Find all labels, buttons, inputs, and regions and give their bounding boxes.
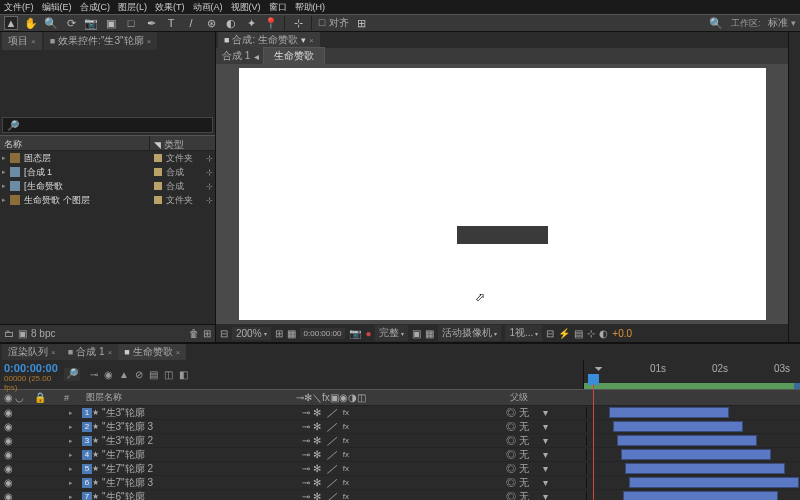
new-comp-icon[interactable]: ▣ [18, 328, 27, 339]
eye-icon[interactable]: ◉ [4, 491, 13, 500]
flowchart-icon[interactable]: ⊹ [587, 328, 595, 339]
search-icon[interactable]: 🔍 [709, 16, 723, 30]
parent-pickwhip-icon[interactable]: ◎ [506, 463, 516, 474]
view-layout-dropdown[interactable]: 1视...▾ [505, 325, 542, 341]
menu-help[interactable]: 帮助(H) [295, 1, 326, 14]
camera-dropdown[interactable]: 活动摄像机▾ [438, 325, 501, 341]
parent-dropdown[interactable]: 无 ▾ [519, 491, 548, 501]
tab-active-comp[interactable]: ■ 生命赞歌× [118, 344, 186, 360]
bpc-toggle[interactable]: 8 bpc [31, 328, 55, 339]
overflow-icon[interactable]: ⊹ [206, 168, 213, 177]
reset-exposure-icon[interactable]: ◐ [599, 328, 608, 339]
snap-options-icon[interactable]: ⊞ [355, 16, 369, 30]
eye-icon[interactable]: ◉ [4, 463, 13, 474]
parent-dropdown[interactable]: 无 ▾ [519, 449, 548, 460]
layer-row[interactable]: ◉ ▸ 3 ★"生3"轮廓 2 ⊸ ✻／fx◎ 无 ▾ [0, 434, 800, 448]
bc-current[interactable]: 生命赞歌 [263, 47, 325, 65]
parent-dropdown[interactable]: 无 ▾ [519, 421, 548, 432]
camera-tool[interactable]: 📷 [84, 16, 98, 30]
switches[interactable]: ／ [327, 490, 337, 501]
safe-zones-icon[interactable]: ⊞ [275, 328, 283, 339]
switches[interactable]: ／ [327, 462, 337, 476]
switches[interactable]: ／ [327, 420, 337, 434]
col-name[interactable]: 名称 [0, 136, 150, 150]
parent-dropdown[interactable]: 无 ▾ [519, 407, 548, 418]
project-item[interactable]: ▸[生命赞歌合成⊹ [0, 179, 215, 193]
fast-preview-icon[interactable]: ⚡ [558, 328, 570, 339]
menu-effect[interactable]: 效果(T) [155, 1, 185, 14]
parent-dropdown[interactable]: 无 ▾ [519, 477, 548, 488]
layer-bar[interactable] [625, 463, 785, 474]
exposure-value[interactable]: +0.0 [612, 328, 632, 339]
switches[interactable]: ／ [327, 476, 337, 490]
right-dock[interactable] [788, 32, 800, 342]
overflow-icon[interactable]: ⊹ [206, 182, 213, 191]
brush-tool[interactable]: / [184, 16, 198, 30]
layer-row[interactable]: ◉ ▸ 6 ★"生7"轮廓 3 ⊸ ✻／fx◎ 无 ▾ [0, 476, 800, 490]
twirl-icon[interactable]: ▸ [69, 437, 73, 445]
3d-icon[interactable]: ◧ [179, 369, 188, 380]
parent-pickwhip-icon[interactable]: ◎ [506, 449, 516, 460]
transparency-icon[interactable]: ▦ [425, 328, 434, 339]
menu-file[interactable]: 文件(F) [4, 1, 34, 14]
col-type[interactable]: ◥ 类型 [150, 136, 200, 150]
parent-dropdown[interactable]: 无 ▾ [519, 463, 548, 474]
find-icon[interactable]: ⊞ [203, 328, 211, 339]
layer-bar[interactable] [609, 407, 729, 418]
timeline-search[interactable]: 🔎 [64, 368, 80, 381]
menu-comp[interactable]: 合成(C) [80, 1, 111, 14]
layer-bar[interactable] [623, 491, 778, 500]
menu-anim[interactable]: 动画(A) [193, 1, 223, 14]
rotate-tool[interactable]: ⟳ [64, 16, 78, 30]
parent-pickwhip-icon[interactable]: ◎ [506, 421, 516, 432]
project-item[interactable]: ▸[合成 1合成⊹ [0, 165, 215, 179]
always-preview-icon[interactable]: ⊟ [220, 328, 228, 339]
layer-bar[interactable] [621, 449, 771, 460]
project-search[interactable]: 🔎 [2, 117, 213, 133]
quality-icon[interactable]: ▲ [119, 369, 129, 380]
clone-tool[interactable]: ⊛ [204, 16, 218, 30]
speaker-col-icon[interactable]: ◡ [15, 392, 24, 403]
parent-pickwhip-icon[interactable]: ◎ [506, 477, 516, 488]
channel-icon[interactable]: ● [365, 328, 371, 339]
resolution-dropdown[interactable]: 完整▾ [375, 325, 408, 341]
time-display[interactable]: 0:00:00:00 [300, 328, 346, 339]
pen-tool[interactable]: ✒ [144, 16, 158, 30]
twirl-icon[interactable]: ▸ [69, 479, 73, 487]
motion-blur-icon[interactable]: ⊘ [135, 369, 143, 380]
menu-view[interactable]: 视图(V) [231, 1, 261, 14]
puppet-tool[interactable]: 📍 [264, 16, 278, 30]
menu-layer[interactable]: 图层(L) [118, 1, 147, 14]
parent-pickwhip-icon[interactable]: ◎ [506, 491, 516, 501]
snapshot-icon[interactable]: 📷 [349, 328, 361, 339]
twirl-icon[interactable]: ▸ [69, 409, 73, 417]
col-layer-name[interactable]: 图层名称 [82, 391, 292, 404]
work-area[interactable] [584, 383, 800, 389]
layer-row[interactable]: ◉ ▸ 7 ★"生6"轮廓 ⊸ ✻／fx◎ 无 ▾ [0, 490, 800, 500]
label-swatch[interactable] [154, 196, 162, 204]
roto-tool[interactable]: ✦ [244, 16, 258, 30]
layer-row[interactable]: ◉ ▸ 4 ★"生7"轮廓 ⊸ ✻／fx◎ 无 ▾ [0, 448, 800, 462]
eraser-tool[interactable]: ◐ [224, 16, 238, 30]
lock-col-icon[interactable]: 🔒 [34, 392, 46, 403]
eye-col-icon[interactable]: ◉ [4, 392, 13, 403]
zoom-tool[interactable]: 🔍 [44, 16, 58, 30]
bc-comp1[interactable]: 合成 1 [222, 49, 250, 63]
tab-effect-controls[interactable]: ■ 效果控件:"生3"轮廓 × [44, 32, 158, 50]
selection-tool[interactable]: ▲ [4, 16, 18, 30]
hand-tool[interactable]: ✋ [24, 16, 38, 30]
col-parent[interactable]: 父级 [506, 391, 586, 404]
search-input[interactable] [19, 120, 208, 130]
local-axis-icon[interactable]: ⊹ [291, 16, 305, 30]
twirl-icon[interactable]: ▸ [69, 451, 73, 459]
switches[interactable]: ／ [327, 434, 337, 448]
menu-window[interactable]: 窗口 [269, 1, 287, 14]
parent-dropdown[interactable]: 无 ▾ [519, 435, 548, 446]
project-item[interactable]: ▸生命赞歌 个图层文件夹⊹ [0, 193, 215, 207]
parent-pickwhip-icon[interactable]: ◎ [506, 435, 516, 446]
bin-icon[interactable]: 🗀 [4, 328, 14, 339]
tab-comp1[interactable]: ■ 合成 1× [62, 344, 118, 360]
timeline-icon[interactable]: ▤ [574, 328, 583, 339]
eye-icon[interactable]: ◉ [4, 421, 13, 432]
pixel-aspect-icon[interactable]: ⊟ [546, 328, 554, 339]
